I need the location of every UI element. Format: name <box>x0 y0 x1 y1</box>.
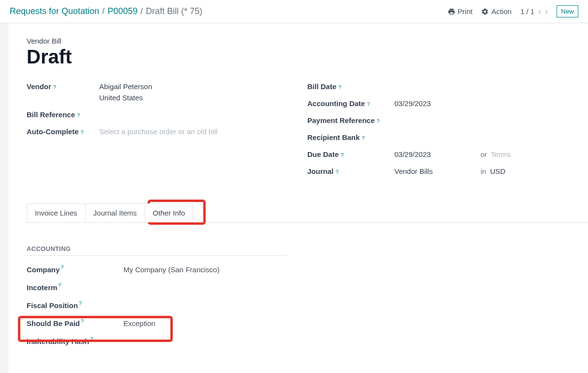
print-button[interactable]: Print <box>448 7 473 16</box>
bill-reference-label: Bill Reference? <box>27 110 99 119</box>
left-gutter <box>0 23 8 373</box>
due-date-label: Due Date? <box>307 150 394 158</box>
should-be-paid-value[interactable]: Exception <box>123 319 588 327</box>
recipient-bank-label: Recipient Bank? <box>307 133 394 141</box>
tab-invoice-lines[interactable]: Invoice Lines <box>27 203 86 222</box>
currency-value[interactable]: USD <box>490 167 506 175</box>
help-icon[interactable]: ? <box>90 336 93 342</box>
help-icon[interactable]: ? <box>362 135 364 141</box>
vendor-name: Abigail Peterson <box>99 82 307 91</box>
pager-prev[interactable]: ‹ <box>538 6 541 16</box>
breadcrumb-sep: / <box>140 6 143 16</box>
help-icon[interactable]: ? <box>377 118 379 124</box>
vendor-country: United States <box>99 93 307 102</box>
help-icon[interactable]: ? <box>341 152 344 158</box>
incoterm-label: Incoterm? <box>27 282 123 292</box>
help-icon[interactable]: ? <box>81 318 84 324</box>
pager-next[interactable]: › <box>545 6 548 16</box>
print-icon <box>448 8 455 16</box>
due-date-value[interactable]: 03/29/2023 <box>394 150 477 158</box>
help-icon[interactable]: ? <box>335 169 338 175</box>
company-value[interactable]: My Company (San Francisco) <box>123 265 588 274</box>
pager-count: 1 / 1 <box>520 7 534 16</box>
breadcrumb: Requests for Quotation / P00059 / Draft … <box>10 6 202 16</box>
should-be-paid-label: Should Be Paid? <box>27 318 123 327</box>
terms-input[interactable]: Terms <box>491 150 511 158</box>
auto-complete-label: Auto-Complete? <box>27 127 99 136</box>
help-icon[interactable]: ? <box>81 129 84 135</box>
help-icon[interactable]: ? <box>77 112 80 118</box>
tab-other-info[interactable]: Other Info <box>145 203 194 222</box>
breadcrumb-sep: / <box>102 6 105 16</box>
journal-value[interactable]: Vendor Bills <box>394 167 477 175</box>
bill-date-label: Bill Date? <box>307 82 394 91</box>
auto-complete-input[interactable]: Select a purchase order or an old bill <box>99 127 307 136</box>
help-icon[interactable]: ? <box>338 84 341 90</box>
due-date-or: or <box>481 150 487 158</box>
action-label: Action <box>491 7 512 16</box>
help-icon[interactable]: ? <box>58 282 61 288</box>
help-icon[interactable]: ? <box>367 101 370 107</box>
journal-label: Journal? <box>307 167 394 175</box>
help-icon[interactable]: ? <box>79 300 82 306</box>
accounting-section-title: Accounting <box>27 245 288 256</box>
page-title: Draft <box>27 46 588 68</box>
new-button[interactable]: New <box>557 5 578 17</box>
help-icon[interactable]: ? <box>60 264 63 270</box>
journal-in: in <box>481 167 486 175</box>
vendor-label: Vendor? <box>27 82 99 91</box>
fiscal-position-label: Fiscal Position? <box>27 300 123 310</box>
breadcrumb-root[interactable]: Requests for Quotation <box>10 6 99 16</box>
action-button[interactable]: Action <box>481 7 512 16</box>
breadcrumb-current: Draft Bill (* 75) <box>146 6 202 16</box>
inalterability-hash-label: Inalterability Hash? <box>27 336 123 345</box>
tab-journal-items[interactable]: Journal Items <box>85 203 145 222</box>
accounting-date-label: Accounting Date? <box>307 99 394 108</box>
record-type-label: Vendor Bill <box>27 37 588 45</box>
breadcrumb-po[interactable]: P00059 <box>107 6 137 16</box>
accounting-date-value[interactable]: 03/29/2023 <box>394 99 588 108</box>
company-label: Company? <box>27 264 123 274</box>
vendor-value[interactable]: Abigail Peterson United States <box>99 82 307 102</box>
help-icon[interactable]: ? <box>53 84 56 90</box>
gear-icon <box>481 8 489 16</box>
payment-reference-label: Payment Reference? <box>307 116 394 124</box>
print-label: Print <box>458 7 473 16</box>
pager: 1 / 1 ‹ › <box>520 6 548 16</box>
